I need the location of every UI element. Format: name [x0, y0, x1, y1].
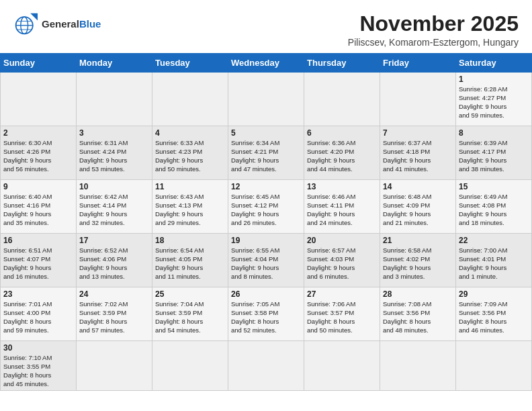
weekday-header-monday: Monday	[77, 54, 152, 73]
day-number: 15	[459, 182, 529, 191]
day-number: 12	[231, 182, 301, 191]
day-info: Sunrise: 7:10 AM Sunset: 3:55 PM Dayligh…	[3, 354, 73, 388]
day-number: 28	[383, 289, 453, 299]
location-subtitle: Piliscsev, Komarom-Esztergom, Hungary	[348, 37, 519, 48]
day-number: 30	[3, 343, 73, 353]
calendar-cell: 5Sunrise: 6:34 AM Sunset: 4:21 PM Daylig…	[228, 126, 304, 180]
calendar-cell: 20Sunrise: 6:57 AM Sunset: 4:03 PM Dayli…	[304, 234, 380, 287]
calendar-cell: 22Sunrise: 7:00 AM Sunset: 4:01 PM Dayli…	[456, 234, 532, 287]
day-number: 1	[459, 75, 529, 84]
day-number: 6	[307, 128, 377, 138]
calendar-cell	[380, 73, 456, 126]
calendar-cell: 23Sunrise: 7:01 AM Sunset: 4:00 PM Dayli…	[1, 287, 77, 341]
calendar-cell	[228, 73, 304, 126]
day-info: Sunrise: 6:54 AM Sunset: 4:05 PM Dayligh…	[155, 246, 225, 281]
day-number: 19	[231, 236, 301, 245]
day-info: Sunrise: 6:40 AM Sunset: 4:16 PM Dayligh…	[3, 193, 73, 227]
day-number: 26	[231, 289, 301, 299]
day-number: 9	[3, 182, 73, 191]
day-number: 3	[79, 128, 149, 138]
day-number: 20	[307, 236, 377, 245]
calendar-cell: 29Sunrise: 7:09 AM Sunset: 3:56 PM Dayli…	[456, 287, 532, 341]
day-info: Sunrise: 6:49 AM Sunset: 4:08 PM Dayligh…	[459, 193, 529, 227]
day-info: Sunrise: 6:33 AM Sunset: 4:23 PM Dayligh…	[155, 139, 225, 173]
calendar-cell: 24Sunrise: 7:02 AM Sunset: 3:59 PM Dayli…	[77, 287, 152, 341]
calendar-cell: 16Sunrise: 6:51 AM Sunset: 4:07 PM Dayli…	[1, 234, 77, 287]
weekday-header-friday: Friday	[380, 54, 456, 73]
day-number: 11	[155, 182, 225, 191]
day-number: 22	[459, 236, 529, 245]
calendar-cell: 17Sunrise: 6:52 AM Sunset: 4:06 PM Dayli…	[77, 234, 152, 287]
day-info: Sunrise: 6:34 AM Sunset: 4:21 PM Dayligh…	[231, 139, 301, 173]
calendar-cell: 28Sunrise: 7:08 AM Sunset: 3:56 PM Dayli…	[380, 287, 456, 341]
calendar-week-6: 30Sunrise: 7:10 AM Sunset: 3:55 PM Dayli…	[1, 341, 532, 391]
day-number: 10	[79, 182, 149, 191]
calendar-cell: 4Sunrise: 6:33 AM Sunset: 4:23 PM Daylig…	[152, 126, 228, 180]
day-info: Sunrise: 7:02 AM Sunset: 3:59 PM Dayligh…	[79, 300, 149, 334]
weekday-header-tuesday: Tuesday	[152, 54, 228, 73]
day-number: 5	[231, 128, 301, 138]
day-number: 25	[155, 289, 225, 299]
calendar-cell: 25Sunrise: 7:04 AM Sunset: 3:59 PM Dayli…	[152, 287, 228, 341]
day-number: 8	[459, 128, 529, 138]
calendar: SundayMondayTuesdayWednesdayThursdayFrid…	[0, 53, 532, 391]
day-number: 14	[383, 182, 453, 191]
day-number: 24	[79, 289, 149, 299]
weekday-header-row: SundayMondayTuesdayWednesdayThursdayFrid…	[1, 54, 532, 73]
calendar-cell	[1, 73, 77, 126]
day-info: Sunrise: 6:43 AM Sunset: 4:13 PM Dayligh…	[155, 193, 225, 227]
calendar-cell	[304, 73, 380, 126]
day-info: Sunrise: 6:31 AM Sunset: 4:24 PM Dayligh…	[79, 139, 149, 173]
weekday-header-wednesday: Wednesday	[228, 54, 304, 73]
day-number: 23	[3, 289, 73, 299]
calendar-cell	[77, 73, 152, 126]
calendar-cell	[152, 341, 228, 391]
calendar-cell: 6Sunrise: 6:36 AM Sunset: 4:20 PM Daylig…	[304, 126, 380, 180]
calendar-week-1: 1Sunrise: 6:28 AM Sunset: 4:27 PM Daylig…	[1, 73, 532, 126]
day-number: 16	[3, 236, 73, 245]
day-info: Sunrise: 6:30 AM Sunset: 4:26 PM Dayligh…	[3, 139, 73, 173]
day-number: 4	[155, 128, 225, 138]
day-number: 2	[3, 128, 73, 138]
calendar-cell	[77, 341, 152, 391]
day-info: Sunrise: 6:39 AM Sunset: 4:17 PM Dayligh…	[459, 139, 529, 173]
day-number: 7	[383, 128, 453, 138]
calendar-cell: 10Sunrise: 6:42 AM Sunset: 4:14 PM Dayli…	[77, 180, 152, 234]
day-info: Sunrise: 6:45 AM Sunset: 4:12 PM Dayligh…	[231, 193, 301, 227]
calendar-week-4: 16Sunrise: 6:51 AM Sunset: 4:07 PM Dayli…	[1, 234, 532, 287]
day-info: Sunrise: 7:08 AM Sunset: 3:56 PM Dayligh…	[383, 300, 453, 334]
calendar-week-2: 2Sunrise: 6:30 AM Sunset: 4:26 PM Daylig…	[1, 126, 532, 180]
calendar-cell: 2Sunrise: 6:30 AM Sunset: 4:26 PM Daylig…	[1, 126, 77, 180]
header: GeneralBlue November 2025 Piliscsev, Kom…	[0, 0, 532, 53]
calendar-cell	[152, 73, 228, 126]
calendar-cell	[380, 341, 456, 391]
day-info: Sunrise: 7:05 AM Sunset: 3:58 PM Dayligh…	[231, 300, 301, 334]
generalblue-icon	[13, 12, 38, 36]
logo-text: GeneralBlue	[42, 19, 101, 30]
calendar-cell: 15Sunrise: 6:49 AM Sunset: 4:08 PM Dayli…	[456, 180, 532, 234]
calendar-cell: 9Sunrise: 6:40 AM Sunset: 4:16 PM Daylig…	[1, 180, 77, 234]
calendar-week-3: 9Sunrise: 6:40 AM Sunset: 4:16 PM Daylig…	[1, 180, 532, 234]
calendar-cell: 14Sunrise: 6:48 AM Sunset: 4:09 PM Dayli…	[380, 180, 456, 234]
day-info: Sunrise: 6:42 AM Sunset: 4:14 PM Dayligh…	[79, 193, 149, 227]
logo: GeneralBlue	[13, 12, 101, 36]
day-info: Sunrise: 6:28 AM Sunset: 4:27 PM Dayligh…	[459, 85, 529, 120]
day-info: Sunrise: 6:55 AM Sunset: 4:04 PM Dayligh…	[231, 246, 301, 281]
day-number: 27	[307, 289, 377, 299]
calendar-week-5: 23Sunrise: 7:01 AM Sunset: 4:00 PM Dayli…	[1, 287, 532, 341]
calendar-cell: 7Sunrise: 6:37 AM Sunset: 4:18 PM Daylig…	[380, 126, 456, 180]
day-info: Sunrise: 6:51 AM Sunset: 4:07 PM Dayligh…	[3, 246, 73, 281]
weekday-header-thursday: Thursday	[304, 54, 380, 73]
day-info: Sunrise: 6:36 AM Sunset: 4:20 PM Dayligh…	[307, 139, 377, 173]
day-info: Sunrise: 7:06 AM Sunset: 3:57 PM Dayligh…	[307, 300, 377, 334]
day-info: Sunrise: 6:48 AM Sunset: 4:09 PM Dayligh…	[383, 193, 453, 227]
calendar-cell: 27Sunrise: 7:06 AM Sunset: 3:57 PM Dayli…	[304, 287, 380, 341]
day-number: 17	[79, 236, 149, 245]
day-info: Sunrise: 6:58 AM Sunset: 4:02 PM Dayligh…	[383, 246, 453, 281]
day-info: Sunrise: 6:57 AM Sunset: 4:03 PM Dayligh…	[307, 246, 377, 281]
calendar-cell: 26Sunrise: 7:05 AM Sunset: 3:58 PM Dayli…	[228, 287, 304, 341]
calendar-cell	[228, 341, 304, 391]
day-number: 21	[383, 236, 453, 245]
day-number: 13	[307, 182, 377, 191]
day-info: Sunrise: 7:01 AM Sunset: 4:00 PM Dayligh…	[3, 300, 73, 334]
